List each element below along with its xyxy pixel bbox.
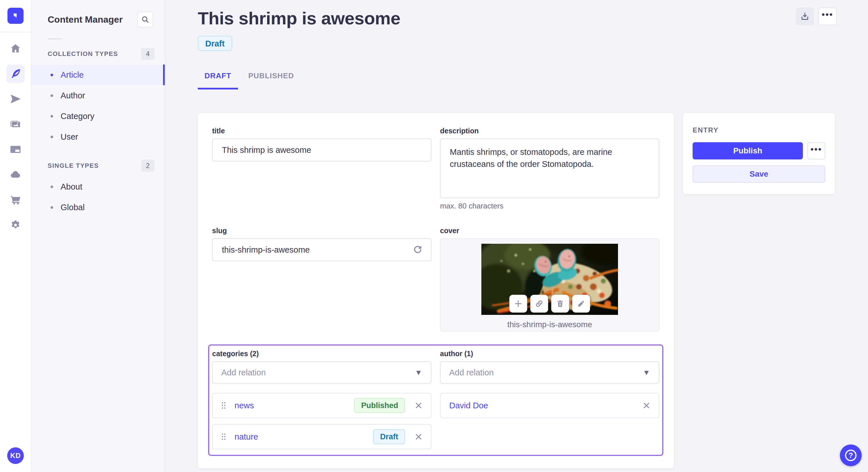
remove-relation-icon[interactable]: × bbox=[415, 430, 422, 443]
header-actions: ••• bbox=[796, 7, 837, 25]
bullet-icon bbox=[51, 206, 53, 209]
subnav-title: Content Manager bbox=[48, 14, 123, 25]
content-manager-subnav: Content Manager COLLECTION TYPES 4 Artic… bbox=[32, 0, 165, 472]
relations-zone: categories (2) Add relation ▼ bbox=[208, 344, 663, 456]
bullet-icon bbox=[51, 136, 53, 138]
relation-row-nature: nature Draft × bbox=[212, 424, 431, 449]
status-badge-published: Published bbox=[354, 398, 405, 413]
status-badge-draft: Draft bbox=[373, 429, 405, 444]
edit-form-card: title This shrimp is awesome description… bbox=[198, 113, 674, 468]
slug-input[interactable]: this-shrimp-is-awesome bbox=[212, 238, 431, 261]
sidebar-item-author[interactable]: Author bbox=[32, 85, 165, 106]
field-author: author (1) Add relation ▼ David Doe × bbox=[440, 349, 659, 449]
relation-row-news: news Published × bbox=[212, 393, 431, 418]
more-icon: ••• bbox=[811, 149, 823, 152]
edit-asset-button[interactable] bbox=[572, 295, 590, 312]
single-types-label: SINGLE TYPES bbox=[48, 162, 99, 169]
cover-media-actions bbox=[509, 295, 590, 312]
trash-icon bbox=[556, 299, 565, 308]
bullet-icon bbox=[51, 186, 53, 188]
pencil-icon bbox=[577, 299, 586, 308]
download-button[interactable] bbox=[796, 7, 814, 25]
title-label: title bbox=[212, 127, 431, 135]
title-input[interactable]: This shrimp is awesome bbox=[212, 138, 431, 162]
cover-media-box: this-shrimp-is-awesome bbox=[440, 238, 659, 332]
feather-icon[interactable] bbox=[6, 65, 25, 83]
collection-types-count: 4 bbox=[141, 48, 154, 60]
header-more-button[interactable]: ••• bbox=[818, 7, 837, 25]
sidebar-item-article[interactable]: Article bbox=[32, 65, 165, 85]
cover-image[interactable] bbox=[482, 244, 618, 315]
bullet-icon bbox=[51, 74, 53, 76]
description-textarea[interactable]: Mantis shrimps, or stomatopods, are mari… bbox=[440, 138, 659, 198]
sidebar-item-label: About bbox=[61, 182, 82, 192]
entry-more-button[interactable]: ••• bbox=[807, 142, 825, 160]
drag-handle-icon[interactable] bbox=[221, 402, 226, 409]
relation-link[interactable]: nature bbox=[235, 432, 258, 442]
author-relation-select[interactable]: Add relation ▼ bbox=[440, 361, 659, 384]
tab-published[interactable]: PUBLISHED bbox=[248, 71, 294, 90]
remove-relation-icon[interactable]: × bbox=[643, 399, 650, 412]
main-content: ••• This shrimp is awesome Draft DRAFT P… bbox=[165, 0, 868, 472]
relation-link[interactable]: David Doe bbox=[449, 401, 488, 410]
strapi-logo[interactable] bbox=[7, 8, 24, 24]
gear-icon[interactable] bbox=[6, 216, 25, 234]
remove-relation-icon[interactable]: × bbox=[415, 399, 422, 412]
author-label: author (1) bbox=[440, 349, 659, 358]
more-icon: ••• bbox=[822, 14, 834, 18]
sidebar-item-user[interactable]: User bbox=[32, 127, 165, 147]
publish-button[interactable]: Publish bbox=[693, 142, 803, 160]
categories-relation-select[interactable]: Add relation ▼ bbox=[212, 361, 431, 384]
search-button[interactable] bbox=[137, 11, 153, 28]
cart-icon[interactable] bbox=[6, 191, 25, 209]
field-slug: slug this-shrimp-is-awesome bbox=[212, 227, 431, 332]
drag-handle-icon[interactable] bbox=[221, 433, 226, 440]
relation-row-david-doe: David Doe × bbox=[440, 393, 659, 418]
categories-placeholder: Add relation bbox=[221, 368, 266, 377]
home-icon[interactable] bbox=[6, 39, 25, 58]
download-icon bbox=[800, 12, 809, 21]
help-button[interactable]: ? bbox=[840, 444, 862, 466]
save-button[interactable]: Save bbox=[693, 165, 825, 183]
status-badge: Draft bbox=[198, 36, 232, 51]
cover-label: cover bbox=[440, 227, 659, 235]
media-library-icon[interactable] bbox=[6, 115, 25, 133]
sidebar-item-label: Global bbox=[61, 203, 85, 212]
version-tabs: DRAFT PUBLISHED bbox=[198, 71, 868, 90]
paper-plane-icon[interactable] bbox=[6, 90, 25, 108]
delete-asset-button[interactable] bbox=[551, 295, 569, 312]
slug-value: this-shrimp-is-awesome bbox=[222, 245, 310, 255]
user-avatar[interactable]: KD bbox=[7, 447, 24, 464]
field-categories: categories (2) Add relation ▼ bbox=[212, 349, 431, 449]
title-value: This shrimp is awesome bbox=[222, 145, 311, 155]
tab-draft[interactable]: DRAFT bbox=[198, 71, 238, 90]
nav-rail-icons bbox=[6, 39, 25, 234]
copy-link-button[interactable] bbox=[530, 295, 548, 312]
sidebar-item-category[interactable]: Category bbox=[32, 106, 165, 127]
strapi-app: KD Content Manager COLLECTION TYPES 4 Ar… bbox=[0, 0, 868, 472]
sidebar-item-global[interactable]: Global bbox=[32, 197, 165, 217]
sidebar-item-about[interactable]: About bbox=[32, 176, 165, 197]
field-description: description Mantis shrimps, or stomatopo… bbox=[440, 127, 659, 210]
field-cover: cover bbox=[440, 227, 659, 332]
description-hint: max. 80 characters bbox=[440, 202, 659, 210]
cover-caption: this-shrimp-is-awesome bbox=[507, 320, 592, 329]
subnav-divider bbox=[48, 38, 62, 39]
collection-types-label: COLLECTION TYPES bbox=[48, 50, 118, 58]
regenerate-slug-button[interactable] bbox=[411, 243, 424, 256]
page-title: This shrimp is awesome bbox=[198, 8, 868, 28]
field-title: title This shrimp is awesome bbox=[212, 127, 431, 210]
single-types-count: 2 bbox=[141, 160, 154, 172]
strapi-logo-icon bbox=[11, 11, 20, 20]
relation-link[interactable]: news bbox=[235, 401, 254, 410]
chevron-down-icon: ▼ bbox=[415, 368, 422, 377]
plus-icon bbox=[514, 299, 523, 308]
logo-section bbox=[0, 0, 31, 32]
question-mark-icon: ? bbox=[845, 450, 857, 461]
layout-icon[interactable] bbox=[6, 140, 25, 159]
search-icon bbox=[141, 15, 150, 24]
add-asset-button[interactable] bbox=[509, 295, 527, 312]
cloud-icon[interactable] bbox=[6, 165, 25, 184]
categories-label: categories (2) bbox=[212, 349, 431, 358]
sidebar-item-label: Article bbox=[61, 70, 84, 80]
